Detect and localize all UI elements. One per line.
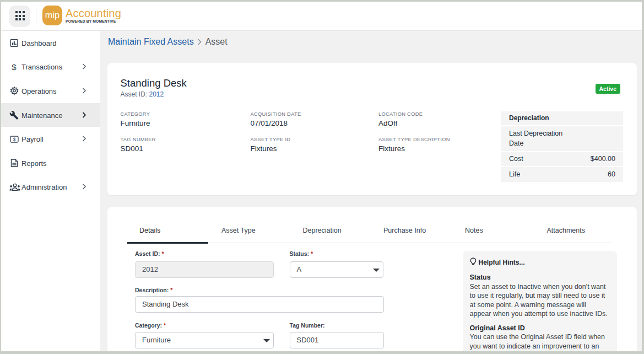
svg-text:$: $ [13, 136, 15, 142]
